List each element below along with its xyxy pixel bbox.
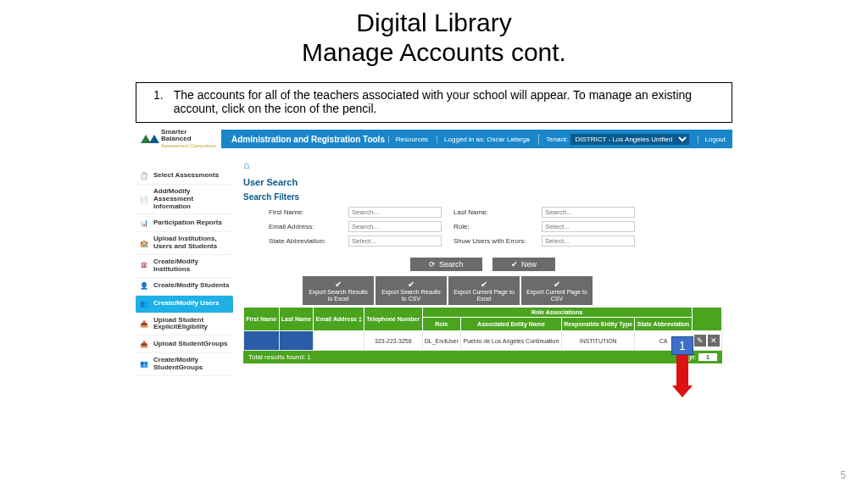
institution-icon: 🏛 [139, 261, 149, 271]
sidebar-item-create-studentgroups[interactable]: 👥Create/Modify StudentGroups [136, 353, 233, 376]
callout-annotation: 1 [671, 336, 693, 397]
upload-icon: 🏫 [139, 238, 149, 248]
chart-icon: 📊 [139, 218, 149, 228]
app-header: Smarter Balanced Assessment Consortium A… [136, 130, 732, 148]
col-actions [692, 308, 721, 331]
cell-email [314, 331, 364, 351]
logout-link[interactable]: Logout [698, 136, 726, 143]
tenant-select[interactable]: DISTRICT - Los Angeles Unified [570, 134, 689, 145]
sidebar: 📋Select Assessments 📄Add/Modify Assessme… [136, 148, 233, 453]
cell-entity-type: INSTITUTION [561, 331, 635, 351]
users-icon: 👥 [139, 299, 149, 309]
page-input[interactable] [698, 353, 717, 361]
export-excel-all[interactable]: ✔Export Search Results to Excel [303, 276, 374, 305]
col-state[interactable]: State Abbreviation [635, 318, 692, 331]
email-label: Email Address: [269, 223, 337, 230]
sidebar-item-participation-reports[interactable]: 📊Participation Reports [136, 214, 233, 232]
group-icon: 👥 [139, 359, 149, 369]
email-input[interactable] [348, 221, 442, 232]
sidebar-item-create-students[interactable]: 👤Create/Modify Students [136, 278, 233, 296]
cell-entity: Pueblo de Los Angeles Continuation [461, 331, 562, 351]
logged-in-label: Logged in as: Oscar Lafarga [437, 136, 530, 143]
check-icon: ✔ [511, 260, 518, 269]
new-button[interactable]: ✔New [492, 258, 555, 271]
role-select[interactable] [542, 221, 635, 232]
errors-select[interactable] [542, 236, 635, 247]
home-icon[interactable]: ⌂ [243, 159, 249, 171]
brand-logo: Smarter Balanced Assessment Consortium [136, 127, 221, 151]
upload-icon: 📤 [139, 319, 149, 329]
clipboard-icon: 📋 [139, 170, 149, 180]
export-bar: ✔Export Search Results to Excel ✔Export … [303, 276, 722, 305]
header-title: Administration and Registration Tools [231, 135, 385, 144]
col-entity-type[interactable]: Responsible Entity Type [561, 318, 635, 331]
pencil-icon[interactable]: ✎ [694, 335, 706, 347]
state-select[interactable] [348, 236, 442, 247]
refresh-icon: ⟳ [429, 260, 436, 269]
col-email[interactable]: Email Address ‡ [314, 308, 364, 331]
instruction-text: The accounts for all of the teachers ass… [174, 88, 723, 115]
filters-title: Search Filters [243, 192, 722, 202]
state-label: State Abbreviation: [269, 237, 337, 245]
first-name-label: First Name: [269, 208, 337, 216]
check-icon: ✔ [381, 280, 442, 289]
section-title: User Search [243, 177, 722, 187]
instruction-number: 1. [145, 88, 164, 115]
table-footer: Total results found: 1 Page: [243, 351, 722, 363]
slide-title-line2: Manage Accounts cont. [0, 38, 868, 68]
edit-icon: 📄 [139, 194, 149, 204]
export-excel-page[interactable]: ✔Export Current Page to Excel [448, 276, 520, 305]
cell-last-name [279, 331, 314, 351]
instruction-box: 1. The accounts for all of the teachers … [136, 82, 732, 123]
sidebar-item-select-assessments[interactable]: 📋Select Assessments [136, 167, 233, 185]
col-last-name[interactable]: Last Name [279, 308, 314, 331]
table-row: 323-223-3258 DL_EndUser Pueblo de Los An… [244, 331, 722, 351]
sidebar-item-upload-eligibility[interactable]: 📤Upload Student ExplicitEligibility [136, 313, 233, 336]
sidebar-item-upload-studentgroups[interactable]: 📤Upload StudentGroups [136, 336, 233, 353]
sidebar-item-upload-institutions[interactable]: 🏫Upload Institutions, Users and Students [136, 232, 233, 255]
export-csv-all[interactable]: ✔Export Search Results to CSV [376, 276, 447, 305]
last-name-input[interactable] [542, 207, 635, 218]
results-table: First Name Last Name Email Address ‡ Tel… [243, 307, 722, 351]
student-icon: 👤 [139, 281, 149, 291]
tenant-label: Tenant: [546, 136, 568, 143]
slide-title-line1: Digital Library [0, 8, 868, 38]
col-phone[interactable]: Telephone Number [364, 308, 422, 331]
cell-role: DL_EndUser [422, 331, 460, 351]
sidebar-item-create-institutions[interactable]: 🏛Create/Modify Institutions [136, 255, 233, 278]
role-label: Role: [453, 223, 530, 230]
sidebar-item-create-users[interactable]: 👥Create/Modify Users [136, 296, 233, 313]
errors-label: Show Users with Errors: [453, 237, 530, 245]
cell-first-name [244, 331, 280, 351]
arrow-icon [676, 355, 688, 385]
last-name-label: Last Name: [453, 208, 530, 216]
search-button[interactable]: ⟳Search [410, 258, 482, 271]
filter-grid: First Name: Last Name: Email Address: Ro… [269, 207, 722, 247]
total-results: Total results found: 1 [248, 353, 311, 361]
cell-actions: ✎ ✕ [692, 331, 721, 351]
app-frame: Smarter Balanced Assessment Consortium A… [136, 130, 732, 453]
arrow-head-icon [672, 385, 693, 397]
first-name-input[interactable] [348, 207, 442, 218]
check-icon: ✔ [526, 280, 587, 289]
col-entity-name[interactable]: Associated Entity Name [461, 318, 562, 331]
main-panel: ⌂ User Search Search Filters First Name:… [233, 148, 732, 453]
export-csv-page[interactable]: ✔Export Current Page to CSV [521, 276, 593, 305]
sidebar-item-add-modify-assessment[interactable]: 📄Add/Modify Assessment Information [136, 185, 233, 214]
close-icon[interactable]: ✕ [708, 335, 720, 347]
slide-page-number: 5 [840, 469, 846, 481]
cell-phone: 323-223-3258 [364, 331, 422, 351]
col-group-role: Role Associations [422, 308, 692, 318]
logo-triangle-icon [149, 135, 159, 143]
check-icon: ✔ [453, 280, 515, 289]
check-icon: ✔ [308, 280, 369, 289]
upload-icon: 📤 [139, 339, 149, 349]
col-role[interactable]: Role [422, 318, 460, 331]
callout-number: 1 [671, 336, 693, 355]
resources-link[interactable]: Resources [388, 136, 428, 143]
col-first-name[interactable]: First Name [244, 308, 280, 331]
